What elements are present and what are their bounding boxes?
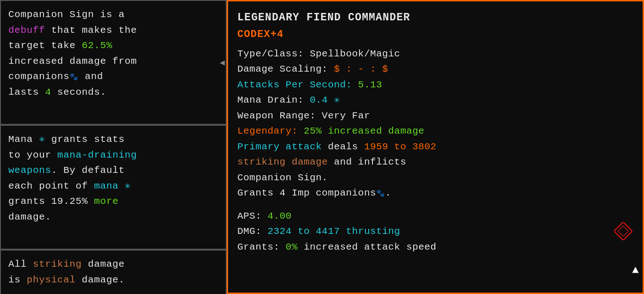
striking-tooltip: All striking damage is physical damage. [0,250,227,294]
tooltip-line-5: companions🐾 and [8,69,218,84]
legendary-line: Legendary: 25% increased damage [237,124,633,139]
text-damage-1: damage [82,259,125,270]
imp-icon: 🐾 [376,190,385,198]
type-class-label: Type/Class: [237,49,310,59]
text-period: . [385,188,391,198]
text-more: more [94,196,118,207]
mana-line-5: grants 19.25% more [8,194,218,209]
aps-bottom-value: 4.00 [267,211,291,221]
text-physical: physical [27,275,76,285]
text-to-your: to your [8,150,57,160]
type-class-value: Spellbook/Magic [310,49,401,59]
svg-rect-1 [618,226,629,237]
companion-sign-tooltip: Companion Sign is a debuff that makes th… [0,0,227,125]
item-stat-panel: ◀ LEGENDARY FIEND COMMANDER CODEX+4 Type… [227,0,644,294]
text-increased-damage-from: increased damage from [8,56,137,67]
red-diamond-icon [613,221,633,246]
grants2-value: 0% [285,242,297,252]
striking-line-1: All striking damage [8,257,218,272]
aps-line-top: Attacks Per Second: 5.13 [237,78,633,92]
dmg-label: DMG: [237,226,267,237]
item-subtitle: CODEX+4 [237,27,633,42]
aps-bottom-label: APS: [237,211,267,221]
text-damage-period: damage. [8,212,51,222]
tooltip-line-6: lasts 4 seconds. [8,85,218,100]
text-debuff: debuff [8,25,45,36]
grants-line: Grants 4 Imp companions🐾. [237,186,633,201]
text-grants-stats: grants stats [45,134,124,145]
text-is: is [8,275,27,285]
mana-line-2: to your mana-draining [8,148,218,163]
item-title: LEGENDARY FIEND COMMANDER [237,10,633,26]
type-class-line: Type/Class: Spellbook/Magic [237,47,633,61]
mana-drain-label: Mana Drain: [237,95,310,105]
legendary-value: 25% increased damage [303,126,424,136]
text-mana-label: Mana [8,134,39,145]
text-increased-attack-speed: increased attack speed [297,242,436,252]
striking-line-2: is physical damage. [8,273,218,288]
text-by-default: . By default [51,165,125,176]
text-grants-pct: grants 19.25% [8,196,94,207]
text-striking-damage: striking damage [237,157,328,167]
primary-line-2: striking damage and inflicts [237,155,633,170]
grants2-line: Grants: 0% increased attack speed [237,240,633,255]
text-and: and [79,71,103,82]
legendary-label: Legendary: [237,126,303,136]
left-panel: Companion Sign is a debuff that makes th… [0,0,227,294]
text-4: 4 [45,87,51,98]
dmg-value: 2324 to 4417 thrusting [267,226,400,237]
text-all: All [8,259,33,270]
mana-line-1: Mana ✳ grants stats [8,132,218,147]
text-and-inflicts: and inflicts [328,157,407,167]
aps-value: 5.13 [358,80,382,90]
weapon-range-label: Weapon Range: [237,110,322,121]
text-grants-imp: Grants 4 Imp companions [237,188,376,198]
text-mana-2: mana [94,181,124,191]
damage-scaling-value: $ : - : $ [334,64,388,74]
text-damage-range: 1959 to 3802 [364,141,437,152]
mana-tooltip: Mana ✳ grants stats to your mana-drainin… [0,125,227,250]
text-companion-sign-period: Companion Sign. [237,172,328,183]
text-primary-attack: Primary attack [237,141,322,152]
mana-drain-value: 0.4 ✳ [310,95,340,105]
aps-bottom-line: APS: 4.00 [237,209,633,224]
text-companions: companions [8,71,69,82]
svg-rect-0 [614,222,632,240]
dmg-line: DMG: 2324 to 4417 thrusting [237,224,633,239]
text-lasts: lasts [8,87,45,98]
damage-scaling-label: Damage Scaling: [237,64,334,74]
weapon-range-value: Very Far [322,110,370,121]
text-striking: striking [33,259,82,270]
primary-line-1: Primary attack deals 1959 to 3802 [237,140,633,154]
mana-line-4: each point of mana ✳ [8,179,218,194]
tooltip-line-3: target take 62.5% [8,38,218,53]
spacer-1 [237,202,633,209]
grants2-label: Grants: [237,242,285,252]
text-seconds: seconds. [51,87,106,98]
mana-star-icon-1: ✳ [39,134,45,145]
cursor-icon: ▲ [632,262,639,279]
text-mana-draining: mana-draining [57,150,137,160]
weapon-range-line: Weapon Range: Very Far [237,109,633,123]
text-weapons: weapons [8,165,51,176]
text-target-take: target take [8,40,82,51]
tooltip-line-4: increased damage from [8,54,218,69]
tooltip-line-2: debuff that makes the [8,23,218,38]
text-that-makes: that makes the [45,25,136,36]
aps-label: Attacks Per Second: [237,80,358,90]
tooltip-line-1: Companion Sign is a [8,7,218,22]
mana-star-icon-2: ✳ [124,181,130,191]
text-companion-sign-is: Companion Sign is a [8,9,124,20]
arrow-icon: ◀ [220,57,225,69]
text-625pct: 62.5% [82,40,112,51]
damage-scaling-line: Damage Scaling: $ : - : $ [237,62,633,77]
mana-line-3: weapons. By default [8,163,218,178]
text-damage-2: damage. [76,275,125,285]
mana-drain-line: Mana Drain: 0.4 ✳ [237,93,633,108]
primary-line-3: Companion Sign. [237,171,633,185]
mana-line-6: damage. [8,210,218,225]
text-deals: deals [322,141,364,152]
companion-icon-1: 🐾 [69,74,79,81]
text-each-point-of: each point of [8,181,94,191]
